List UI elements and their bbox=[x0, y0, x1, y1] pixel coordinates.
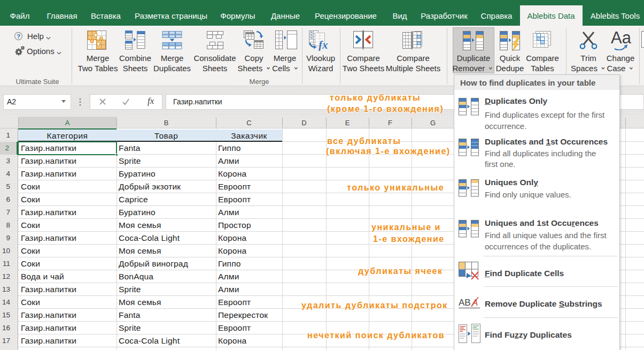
svg-text:fx: fx bbox=[319, 39, 328, 51]
svg-text:?: ? bbox=[17, 33, 20, 40]
svg-text:AB: AB bbox=[459, 298, 471, 308]
svg-text:Aa: Aa bbox=[611, 30, 631, 47]
